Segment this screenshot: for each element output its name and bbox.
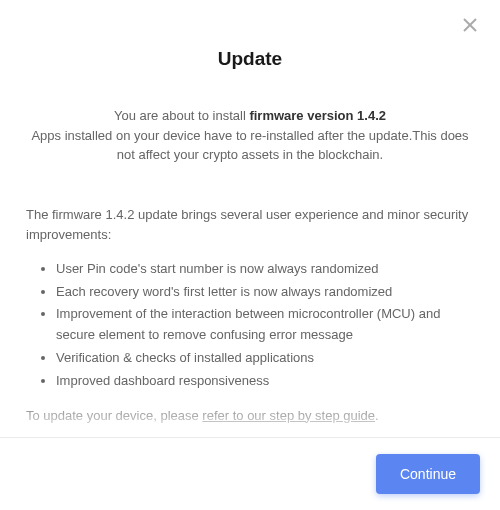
intro-firmware-version: firmware version 1.4.2	[249, 108, 386, 123]
modal-title: Update	[20, 48, 480, 70]
guide-pre: To update your device, please	[26, 408, 202, 423]
list-item: Verification & checks of installed appli…	[56, 348, 474, 369]
step-by-step-guide-link[interactable]: refer to our step by step guide	[202, 408, 375, 423]
changelog-list: User Pin code's start number is now alwa…	[26, 259, 474, 392]
list-item: Improved dashboard responsiveness	[56, 371, 474, 392]
guide-post: .	[375, 408, 379, 423]
intro-text: You are about to install firmware versio…	[0, 88, 500, 185]
intro-line1-pre: You are about to install	[114, 108, 249, 123]
update-modal: Update You are about to install firmware…	[0, 0, 500, 510]
modal-body: The firmware 1.4.2 update brings several…	[0, 185, 500, 438]
changelog-lead: The firmware 1.4.2 update brings several…	[26, 205, 474, 245]
modal-footer: Continue	[0, 437, 500, 510]
close-button[interactable]	[460, 16, 480, 36]
modal-header: Update	[0, 0, 500, 88]
list-item: Each recovery word's first letter is now…	[56, 282, 474, 303]
intro-line2: Apps installed on your device have to re…	[31, 128, 468, 163]
close-icon	[463, 18, 477, 35]
list-item: User Pin code's start number is now alwa…	[56, 259, 474, 280]
list-item: Improvement of the interaction between m…	[56, 304, 474, 346]
continue-button[interactable]: Continue	[376, 454, 480, 494]
guide-text: To update your device, please refer to o…	[26, 406, 474, 426]
